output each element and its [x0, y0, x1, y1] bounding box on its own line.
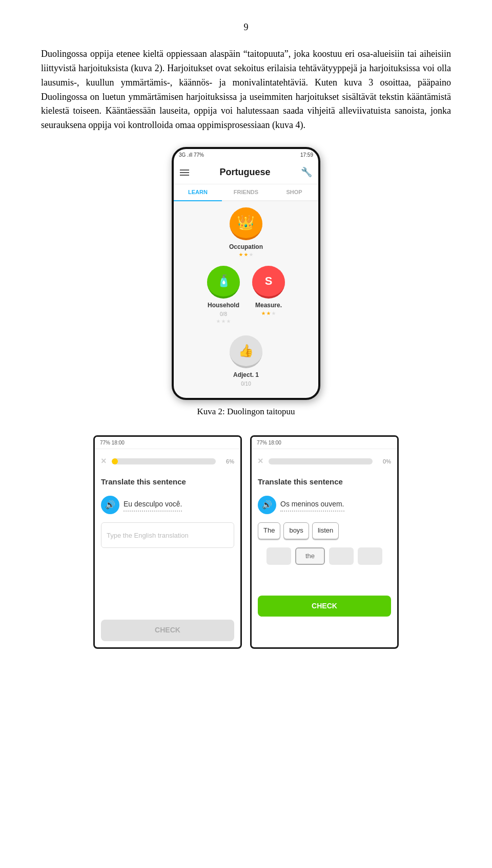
hamburger-line-3	[180, 175, 189, 176]
ex-status-bar-right: 77% 18:00	[252, 437, 397, 450]
exercise-screen-right: 77% 18:00 × 0% Translate this sentence 🔊…	[250, 435, 399, 649]
star-3	[249, 252, 253, 257]
ex-progress-fill-left	[112, 458, 118, 464]
blank-chip-1	[266, 547, 291, 565]
skill-household: 🧴 Household 0/8	[207, 266, 240, 323]
skill-circle-measure: S	[252, 266, 285, 299]
exercise-screen-left: 77% 18:00 × 6% Translate this sentence 🔊…	[93, 435, 242, 649]
star-1	[239, 252, 243, 257]
phone-status-bar: 3G .ıll 77% 17:59	[174, 149, 318, 161]
ex-sentence-row-right: 🔊 Os meninos ouvem.	[252, 492, 397, 518]
ex-title-left: Translate this sentence	[95, 474, 240, 492]
ex-progress-bar-left	[112, 458, 216, 464]
ex-progress-label-left: 6%	[221, 457, 234, 466]
ex-word-chips-right: The boys listen	[252, 518, 397, 543]
skill-label-household: Household	[208, 301, 239, 310]
skill-label-adject: Adject. 1	[233, 370, 259, 380]
ex-sentence-text-left: Eu desculpo você.	[124, 499, 182, 512]
hamburger-icon	[180, 170, 189, 176]
phone-content: 👑 Occupation 🧴 Household 0/8	[174, 201, 318, 398]
ex-progress-bar-right	[269, 458, 373, 464]
skill-adject: 👍 Adject. 1 0/10	[230, 335, 262, 388]
skill-stars-household	[216, 319, 231, 323]
ex-title-right: Translate this sentence	[252, 474, 397, 492]
ex-header-left: × 6%	[95, 449, 240, 474]
status-left: 3G .ıll 77%	[179, 151, 204, 159]
ex-status-right-battery: 77% 18:00	[257, 439, 281, 447]
word-chip-listen[interactable]: listen	[312, 522, 339, 539]
blank-chip-the: the	[295, 547, 325, 565]
skill-stars-measure	[261, 311, 276, 315]
blank-chip-4	[358, 547, 382, 565]
skill-measure: S Measure.	[252, 266, 285, 323]
skill-label-occupation: Occupation	[229, 242, 263, 252]
phone-mockup: 3G .ıll 77% 17:59 Portuguese 🔧 LEARN FRI…	[172, 147, 320, 400]
skill-circle-occupation: 👑	[230, 207, 262, 240]
word-chip-the[interactable]: The	[258, 522, 280, 539]
page-number: 9	[41, 20, 451, 35]
ex-sentence-row-left: 🔊 Eu desculpo você.	[95, 492, 240, 518]
skill-circle-adject: 👍	[230, 335, 262, 368]
ex-check-btn-right[interactable]: CHECK	[258, 596, 391, 617]
star-2	[244, 252, 248, 257]
skill-occupation: 👑 Occupation	[229, 207, 263, 257]
ex-status-bar-left: 77% 18:00	[95, 437, 240, 450]
tab-friends[interactable]: FRIENDS	[222, 184, 270, 200]
skill-sub-adject: 0/10	[241, 380, 251, 388]
star-h3	[227, 319, 231, 323]
ex-input-area-left[interactable]: Type the English translation	[101, 522, 234, 548]
ex-close-left: ×	[101, 454, 107, 469]
main-paragraph: Duolingossa oppija etenee kieltä oppiess…	[41, 47, 451, 133]
hamburger-line-2	[180, 172, 189, 173]
ex-input-placeholder-left: Type the English translation	[107, 532, 189, 539]
star-m2	[266, 311, 271, 315]
ex-sound-btn-right[interactable]: 🔊	[258, 496, 276, 514]
skill-label-measure: Measure.	[255, 301, 282, 310]
word-chip-boys[interactable]: boys	[283, 522, 309, 539]
figure-2-caption: Kuva 2: Duolingon taitopuu	[197, 405, 295, 418]
star-h2	[221, 319, 225, 323]
hamburger-line-1	[180, 170, 189, 171]
skill-circle-household: 🧴	[207, 266, 240, 299]
phone-header: Portuguese 🔧	[174, 161, 318, 184]
figure-2-container: 3G .ıll 77% 17:59 Portuguese 🔧 LEARN FRI…	[41, 147, 451, 419]
ex-header-right: × 0%	[252, 449, 397, 474]
phone-header-title: Portuguese	[219, 165, 270, 180]
ex-sound-btn-left[interactable]: 🔊	[101, 496, 119, 514]
skill-sub-household: 0/8	[220, 310, 227, 319]
ex-status-left-battery: 77% 18:00	[100, 439, 125, 447]
star-h1	[216, 319, 220, 323]
ex-progress-label-right: 0%	[378, 457, 391, 466]
figure-3-container: 77% 18:00 × 6% Translate this sentence 🔊…	[41, 435, 451, 649]
star-m1	[261, 311, 265, 315]
ex-blank-chips-right: the	[252, 543, 397, 569]
ex-check-btn-left[interactable]: CHECK	[101, 620, 234, 641]
blank-chip-3	[329, 547, 354, 565]
status-right: 17:59	[300, 151, 313, 159]
ex-sentence-text-right: Os meninos ouvem.	[280, 499, 344, 512]
skill-stars-occupation	[239, 252, 253, 257]
tab-learn[interactable]: LEARN	[174, 184, 222, 201]
phone-tabs: LEARN FRIENDS SHOP	[174, 184, 318, 201]
skill-row-middle: 🧴 Household 0/8 S Measure.	[182, 266, 310, 327]
settings-icon: 🔧	[301, 165, 312, 180]
ex-close-right: ×	[258, 454, 263, 469]
tab-shop[interactable]: SHOP	[270, 184, 318, 200]
star-m3	[272, 311, 276, 315]
